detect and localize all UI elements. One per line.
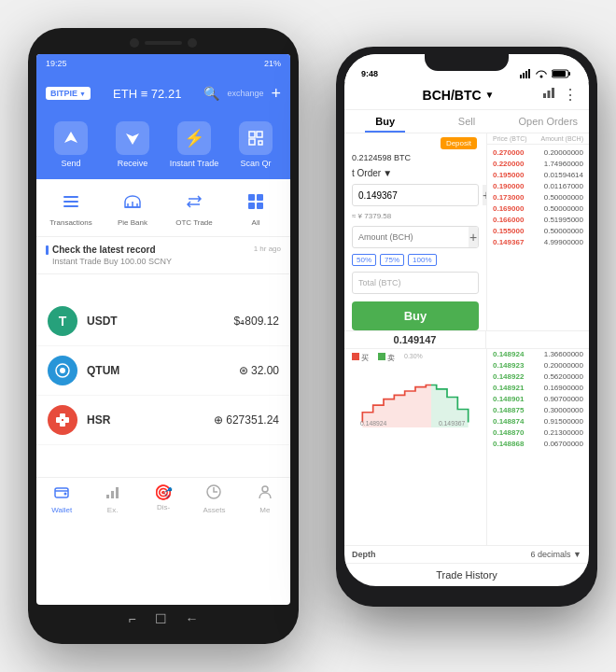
chart-legend: 买 卖 0.30% [352, 353, 479, 363]
svg-rect-27 [116, 487, 119, 498]
ob-sell-row-4[interactable]: 0.1900000.01167000 [487, 180, 589, 191]
notification-bar[interactable]: Check the latest record Instant Trade Bu… [36, 237, 290, 274]
deposit-badge[interactable]: Deposit [441, 137, 477, 149]
otc-trade-action[interactable]: OTC Trade [163, 189, 225, 227]
tab-sell[interactable]: Sell [426, 110, 507, 133]
exchange-label[interactable]: exchange [227, 89, 263, 98]
receive-action[interactable]: Receive [102, 121, 163, 168]
pct-50-btn[interactable]: 50% [352, 254, 376, 266]
hsr-icon [48, 405, 77, 435]
ob-buy-row-1[interactable]: 0.1489241.36600000 [487, 349, 589, 360]
search-icon[interactable]: 🔍 [203, 86, 219, 101]
amount-input[interactable] [353, 232, 469, 242]
pie-bank-label: Pie Bank [118, 218, 147, 227]
home-button[interactable]: ☐ [155, 611, 167, 626]
amount-plus-btn[interactable]: + [469, 227, 478, 247]
android-battery: 21% [264, 59, 281, 68]
ob-buy-row-3[interactable]: 0.1489220.56200000 [487, 371, 589, 383]
android-bottom-nav: Wallet Ex. 🎯 Dis- Assets [36, 477, 290, 520]
usdt-icon: T [48, 306, 77, 336]
buy-order-book: 0.1489241.36600000 0.1489230.20000000 0.… [486, 349, 589, 546]
iphone-status-right [520, 69, 572, 78]
trade-header: BCH/BTC ▼ ⋮ [344, 82, 589, 110]
depth-decimals[interactable]: 6 decimals ▼ [531, 550, 581, 559]
ob-sell-row-1[interactable]: 0.2700000.20000000 [487, 147, 589, 158]
svg-rect-32 [525, 71, 527, 78]
iphone-trade-content: BCH/BTC ▼ ⋮ Buy S [344, 82, 589, 586]
svg-rect-5 [259, 141, 262, 145]
scan-qr-action[interactable]: Scan Qr [225, 121, 287, 168]
scene: 19:25 21% BITPIE ▼ ETH ≡ 72.21 🔍 exchang… [9, 9, 607, 663]
tab-open-orders[interactable]: Open Orders [508, 110, 589, 133]
price-input[interactable] [353, 190, 483, 201]
nav-assets[interactable]: Assets [189, 482, 239, 516]
ob-buy-row-8[interactable]: 0.1488700.21300000 [487, 427, 589, 439]
chart-change: 0.30% [404, 353, 423, 363]
bitpie-text: BITPIE [50, 89, 77, 98]
svg-rect-8 [63, 205, 78, 207]
android-phone: 19:25 21% BITPIE ▼ ETH ≡ 72.21 🔍 exchang… [28, 28, 299, 644]
nav-me[interactable]: Me [240, 482, 290, 516]
ob-sell-row-3[interactable]: 0.1950000.01594614 [487, 169, 589, 180]
instant-trade-action[interactable]: ⚡ Instant Trade [163, 121, 225, 168]
nav-wallet[interactable]: Wallet [36, 482, 87, 516]
order-book-header: Price (BTC) Amount (BCH) [487, 133, 589, 145]
bitpie-logo: BITPIE ▼ [46, 87, 91, 100]
recent-button[interactable]: ← [186, 611, 199, 626]
qtum-symbol: QTUM [87, 364, 239, 377]
svg-point-18 [60, 368, 65, 373]
qtum-asset-item[interactable]: QTUM ⊛ 32.00 [36, 346, 290, 396]
buy-button[interactable]: Buy [352, 301, 479, 330]
usdt-asset-item[interactable]: T USDT $₄809.12 [36, 297, 290, 346]
trade-pair[interactable]: BCH/BTC ▼ [423, 88, 495, 103]
trade-body: Deposit 0.2124598 BTC t Order ▼ [344, 133, 589, 330]
ob-buy-row-6[interactable]: 0.1488750.30000000 [487, 405, 589, 416]
order-type-selector[interactable]: t Order ▼ [352, 168, 479, 178]
scan-qr-label: Scan Qr [240, 159, 271, 168]
tab-buy[interactable]: Buy [344, 110, 426, 133]
pie-bank-action[interactable]: Pie Bank [102, 189, 163, 227]
transactions-action[interactable]: Transactions [40, 189, 102, 227]
nav-ex-label: Ex. [107, 506, 119, 514]
transactions-icon [58, 189, 84, 215]
ob-sell-row-9[interactable]: 0.1493674.99900000 [487, 236, 589, 247]
svg-text:0.149367: 0.149367 [439, 419, 466, 426]
more-icon[interactable]: ⋮ [563, 86, 578, 104]
add-icon[interactable]: + [271, 84, 281, 104]
ob-sell-row-7[interactable]: 0.1660000.51995000 [487, 214, 589, 225]
all-action[interactable]: All [225, 189, 287, 227]
chart-icon[interactable] [542, 86, 555, 104]
ob-sell-row-6[interactable]: 0.1690000.50000000 [487, 203, 589, 214]
depth-chart: 买 卖 0.30% 0.148924 [344, 349, 486, 442]
nav-dis-label: Dis- [157, 503, 170, 511]
svg-point-34 [540, 76, 543, 78]
nav-ex[interactable]: Ex. [87, 482, 137, 516]
trade-order-book: Price (BTC) Amount (BCH) 0.2700000.20000… [486, 133, 589, 330]
all-icon [243, 189, 269, 215]
ob-buy-row-5[interactable]: 0.1489010.90700000 [487, 394, 589, 405]
hsr-asset-item[interactable]: HSR ⊕ 627351.24 [36, 396, 290, 445]
pct-75-btn[interactable]: 75% [380, 254, 404, 266]
ob-sell-row-5[interactable]: 0.1730000.50000000 [487, 191, 589, 203]
ob-buy-row-9[interactable]: 0.1488680.06700000 [487, 439, 589, 450]
qtum-balance: ⊛ 32.00 [239, 364, 279, 377]
trade-history-button[interactable]: Trade History [344, 563, 589, 586]
ob-sell-row-8[interactable]: 0.1550000.50000000 [487, 225, 589, 236]
ob-buy-row-4[interactable]: 0.1489210.16900000 [487, 383, 589, 394]
android-header: BITPIE ▼ ETH ≡ 72.21 🔍 exchange + [36, 73, 290, 114]
svg-rect-33 [528, 69, 530, 78]
ob-amount-header: Amount (BCH) [540, 135, 583, 142]
svg-rect-40 [552, 88, 554, 98]
svg-rect-25 [106, 495, 109, 498]
send-action[interactable]: Send [40, 121, 102, 168]
svg-rect-14 [257, 194, 263, 201]
ob-buy-row-2[interactable]: 0.1489230.20000000 [487, 360, 589, 371]
ob-buy-row-7[interactable]: 0.1488740.91500000 [487, 416, 589, 427]
pie-bank-icon [119, 189, 146, 215]
back-button[interactable]: ⌐ [128, 611, 135, 626]
svg-rect-26 [111, 491, 114, 498]
nav-dis[interactable]: 🎯 Dis- [138, 482, 189, 516]
ob-sell-row-2[interactable]: 0.2200001.74960000 [487, 158, 589, 169]
pct-100-btn[interactable]: 100% [408, 254, 436, 266]
receive-icon [116, 121, 149, 155]
